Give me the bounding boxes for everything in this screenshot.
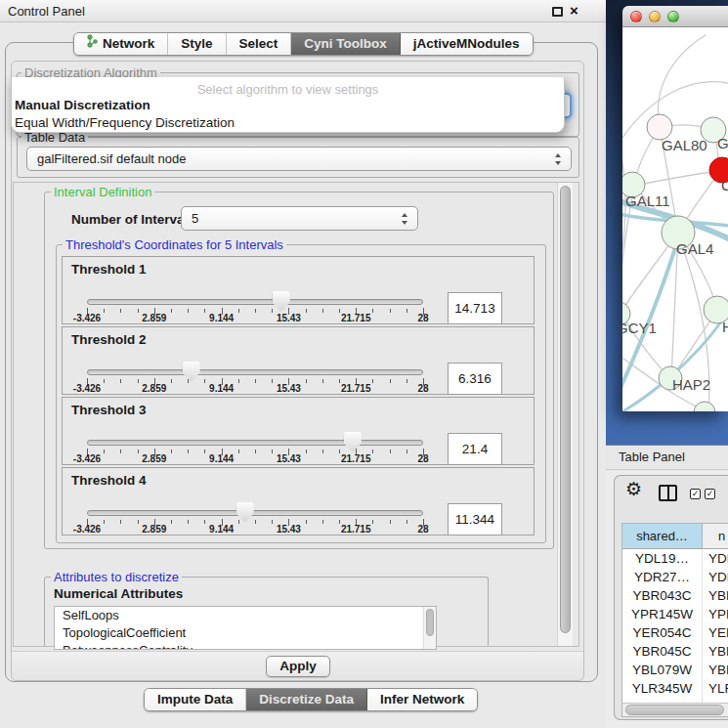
table-cell[interactable]: YLR3 [703, 679, 728, 698]
scrollbar-thumb[interactable] [426, 609, 434, 636]
tick-label: 21.715 [326, 524, 385, 535]
table-cell[interactable]: YBL0 [703, 661, 728, 679]
tab-impute-data[interactable]: Impute Data [145, 689, 246, 710]
table-cell[interactable]: YBR043C [622, 586, 703, 605]
node-label: H [722, 319, 728, 335]
tab-label: Infer Network [380, 689, 464, 710]
table-cell[interactable]: YPR1 [703, 605, 728, 623]
threshold-value-field[interactable]: 6.316 [448, 363, 502, 395]
node-label: GA [717, 135, 728, 151]
table-row[interactable]: YPR145WYPR1 [622, 605, 728, 623]
gear-icon[interactable]: ⚙ [625, 480, 642, 498]
threshold-value-field[interactable]: 14.713 [448, 292, 502, 324]
tab-label: Select [239, 33, 278, 55]
tab-discretize-data[interactable]: Discretize Data [246, 689, 367, 710]
algorithm-dropdown-popup: Select algorithm to view settings Manual… [11, 77, 565, 133]
table-cell[interactable]: YDL1 [703, 549, 728, 568]
apply-button[interactable]: Apply [266, 656, 330, 677]
threshold-panel: Threshold 4 -3.4262.8599.14415.4321.7152… [62, 467, 535, 535]
numerical-attributes-label: Numerical Attributes [54, 586, 183, 601]
table-cell[interactable]: YBL079W [622, 661, 703, 679]
tab-network[interactable]: Network [74, 33, 168, 55]
tick-label: 21.715 [326, 453, 385, 464]
popup-option-equal-width-frequency-discretization[interactable]: Equal Width/Frequency Discretization [15, 115, 235, 130]
list-item[interactable]: BetweennessCentrality [55, 642, 436, 650]
table-row[interactable]: YER054CYER0 [622, 623, 728, 642]
tab-style[interactable]: Style [168, 33, 226, 55]
float-window-icon[interactable] [552, 7, 563, 17]
tick-mark [120, 379, 121, 383]
table-row[interactable]: YBR043CYBR0 [622, 586, 728, 605]
horizontal-scrollbar[interactable] [622, 703, 728, 716]
tick-mark [390, 379, 391, 383]
tick-label: -3.426 [58, 453, 116, 464]
table-cell[interactable]: YPR145W [622, 605, 703, 623]
numerical-attributes-list[interactable]: SelfLoopsTopologicalCoefficientBetweenne… [54, 606, 437, 650]
tick-mark [255, 450, 256, 453]
network-edge[interactable] [658, 35, 706, 127]
tick-mark [255, 520, 256, 524]
table-row[interactable]: YDR27…YDR2 [622, 568, 728, 586]
minimize-traffic-light-icon[interactable] [649, 11, 661, 22]
tick-label: 2.859 [125, 383, 184, 394]
tick-label: 2.859 [125, 524, 184, 535]
popup-option-manual-discretization[interactable]: Manual Discretization [15, 98, 150, 112]
scrollbar-thumb[interactable] [625, 705, 724, 715]
tick-label: 21.715 [326, 383, 385, 394]
table-row[interactable]: YBL079WYBL0 [622, 661, 728, 679]
zoom-traffic-light-icon[interactable] [667, 11, 679, 22]
tick-mark [322, 520, 323, 524]
scrollbar-thumb[interactable] [560, 186, 571, 633]
table-data-combobox[interactable]: galFiltered.sif default node [26, 147, 572, 171]
list-item[interactable]: TopologicalCoefficient [55, 624, 436, 642]
tab-label: Network [103, 33, 154, 55]
tab-cyni-toolbox[interactable]: Cyni Toolbox [291, 33, 401, 55]
tab-jactivemnodules[interactable]: jActiveMNodules [401, 33, 533, 55]
tick-label: 2.859 [125, 313, 184, 323]
node-label: GAL80 [662, 137, 707, 153]
tick-label: -3.426 [58, 313, 116, 323]
table-row[interactable]: YBR045CYBR0 [622, 642, 728, 661]
threshold-value-field[interactable]: 21.4 [448, 433, 502, 465]
tick-mark [188, 450, 189, 453]
threshold-panel: Threshold 2 -3.4262.8599.14415.4321.7152… [62, 326, 535, 395]
network-edge[interactable] [634, 171, 720, 186]
table-cell[interactable]: YER0 [703, 623, 728, 642]
node-attribute-table[interactable]: shared…nYDL19…YDL1YDR27…YDR2YBR043CYBR0Y… [621, 523, 728, 717]
tick-label: 9.144 [193, 453, 251, 464]
number-of-intervals-combobox[interactable]: 5 [181, 206, 418, 231]
table-row[interactable]: YDL19…YDL1 [622, 549, 728, 568]
column-layout-icon[interactable] [659, 485, 677, 501]
network-view-window[interactable]: GAL80GACGAL11GAL4GCY1HHAP2 [622, 6, 728, 411]
table-cell[interactable]: YER054C [622, 623, 703, 642]
tick-mark [255, 379, 256, 383]
network-canvas[interactable]: GAL80GACGAL11GAL4GCY1HHAP2 [622, 27, 728, 411]
table-row[interactable]: YLR345WYLR3 [622, 679, 728, 698]
table-cell[interactable]: YLR345W [622, 679, 703, 698]
table-cell[interactable]: YDR27… [622, 568, 703, 586]
table-cell[interactable]: YBR0 [703, 586, 728, 605]
checkbox-icon[interactable]: ✓ [705, 489, 715, 499]
network-node[interactable] [694, 402, 715, 411]
table-cell[interactable]: YBR0 [703, 642, 728, 661]
column-header-shared-name[interactable]: shared… [622, 524, 703, 548]
network-window-titlebar[interactable] [622, 6, 728, 27]
vertical-scrollbar[interactable] [557, 183, 573, 646]
tab-infer-network[interactable]: Infer Network [367, 689, 477, 710]
tab-select[interactable]: Select [227, 33, 292, 55]
checkbox-icon[interactable]: ✓ [690, 489, 701, 499]
attributes-group-title: Attributes to discretize [51, 570, 182, 584]
table-cell[interactable]: YDR2 [703, 568, 728, 586]
popup-hint-text: Select algorithm to view settings [12, 82, 564, 97]
close-icon[interactable]: × [570, 2, 578, 19]
column-header-name[interactable]: n [703, 524, 728, 548]
table-cell[interactable]: YBR045C [622, 642, 703, 661]
threshold-value-field[interactable]: 11.344 [448, 503, 502, 535]
tick-label: 15.43 [259, 524, 318, 535]
close-traffic-light-icon[interactable] [630, 11, 642, 22]
table-cell[interactable]: YDL19… [622, 549, 703, 568]
tick-mark [120, 520, 121, 524]
tick-label: 28 [394, 524, 452, 535]
list-scrollbar[interactable] [423, 607, 436, 649]
list-item[interactable]: SelfLoops [55, 607, 436, 624]
